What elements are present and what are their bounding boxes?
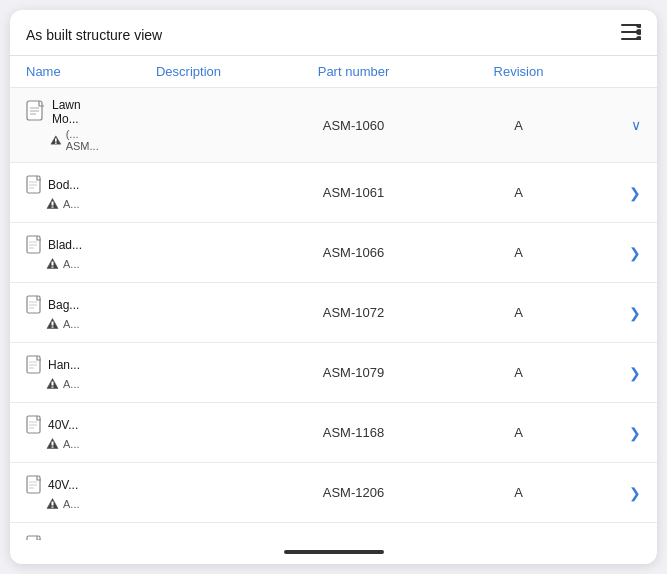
row-top: Blad... bbox=[26, 235, 106, 255]
item-name-top: 40V... bbox=[48, 418, 78, 432]
item-revision: A bbox=[436, 305, 601, 320]
item-name-bottom: A... bbox=[63, 498, 80, 510]
list-item[interactable]: 40V... A... ASM-1168 A ❯ bbox=[10, 403, 657, 463]
menu-icon[interactable] bbox=[621, 24, 641, 45]
expand-button[interactable]: ❯ bbox=[601, 245, 641, 261]
item-part-number: ASM-1072 bbox=[271, 305, 436, 320]
item-revision: A bbox=[436, 118, 601, 133]
parent-row-top: Lawn Mo... bbox=[26, 98, 106, 126]
item-name-cell: Bag... A... bbox=[26, 295, 106, 330]
row-top: 40V... bbox=[26, 415, 106, 435]
svg-rect-40 bbox=[52, 387, 54, 388]
svg-rect-47 bbox=[52, 447, 54, 448]
item-name-bottom: A... bbox=[63, 318, 80, 330]
item-name-bottom: A... bbox=[63, 258, 80, 270]
list-item[interactable]: Lawn Mo... (... ASM... ASM-1060 A ∨ bbox=[10, 88, 657, 163]
list-item[interactable]: Dec... A... ASM-1208 A ❯ bbox=[10, 523, 657, 540]
item-name-top: Blad... bbox=[48, 238, 82, 252]
bottom-bar bbox=[10, 540, 657, 564]
expand-button[interactable]: ❯ bbox=[601, 365, 641, 381]
item-name-cell: 40V... A... bbox=[26, 415, 106, 450]
item-name-top: 40V... bbox=[48, 478, 78, 492]
main-window: As built structure view Name Description… bbox=[10, 10, 657, 564]
col-header-part-number[interactable]: Part number bbox=[271, 64, 436, 79]
col-header-description[interactable]: Description bbox=[106, 64, 271, 79]
expand-collapse-button[interactable]: ∨ bbox=[601, 117, 641, 133]
item-revision: A bbox=[436, 425, 601, 440]
scroll-indicator bbox=[284, 550, 384, 554]
item-name-top: Bag... bbox=[48, 298, 79, 312]
item-revision: A bbox=[436, 365, 601, 380]
header: As built structure view bbox=[10, 10, 657, 56]
svg-rect-46 bbox=[52, 442, 54, 446]
item-part-number: ASM-1060 bbox=[271, 118, 436, 133]
item-name-bottom: A... bbox=[63, 438, 80, 450]
row-top: 40V... bbox=[26, 475, 106, 495]
row-bottom: A... bbox=[26, 257, 106, 270]
expand-button[interactable]: ❯ bbox=[601, 485, 641, 501]
svg-rect-54 bbox=[52, 507, 54, 508]
svg-rect-26 bbox=[52, 267, 54, 268]
svg-rect-33 bbox=[52, 327, 54, 328]
col-header-name[interactable]: Name bbox=[26, 64, 106, 79]
row-bottom: A... bbox=[26, 317, 106, 330]
expand-button[interactable]: ❯ bbox=[601, 425, 641, 441]
item-part-number: ASM-1061 bbox=[271, 185, 436, 200]
svg-rect-19 bbox=[52, 207, 54, 208]
list-item[interactable]: 40V... A... ASM-1206 A ❯ bbox=[10, 463, 657, 523]
row-top: Bod... bbox=[26, 175, 106, 195]
svg-rect-25 bbox=[52, 262, 54, 266]
row-bottom: A... bbox=[26, 197, 106, 210]
list-item[interactable]: Han... A... ASM-1079 A ❯ bbox=[10, 343, 657, 403]
item-revision: A bbox=[436, 245, 601, 260]
item-name-bottom: A... bbox=[63, 198, 80, 210]
item-part-number: ASM-1168 bbox=[271, 425, 436, 440]
window-title: As built structure view bbox=[26, 27, 162, 43]
item-name-top: Han... bbox=[48, 358, 80, 372]
item-list: Lawn Mo... (... ASM... ASM-1060 A ∨ bbox=[10, 88, 657, 540]
list-item[interactable]: Bag... A... ASM-1072 A ❯ bbox=[10, 283, 657, 343]
svg-rect-39 bbox=[52, 382, 54, 386]
col-header-revision[interactable]: Revision bbox=[436, 64, 601, 79]
svg-point-5 bbox=[636, 36, 641, 40]
item-name-cell: 40V... A... bbox=[26, 475, 106, 510]
item-part-number: ASM-1066 bbox=[271, 245, 436, 260]
row-bottom: A... bbox=[26, 497, 106, 510]
item-part-number: ASM-1079 bbox=[271, 365, 436, 380]
svg-rect-12 bbox=[55, 143, 57, 144]
row-top: Bag... bbox=[26, 295, 106, 315]
item-name-cell: Han... A... bbox=[26, 355, 106, 390]
svg-rect-18 bbox=[52, 202, 54, 206]
row-bottom: A... bbox=[26, 377, 106, 390]
item-name-bottom: A... bbox=[63, 378, 80, 390]
item-name-bottom: (... ASM... bbox=[66, 128, 106, 152]
svg-rect-32 bbox=[52, 322, 54, 326]
item-name-cell: Lawn Mo... (... ASM... bbox=[26, 98, 106, 152]
item-name-top: Bod... bbox=[48, 178, 79, 192]
item-name-top: Lawn Mo... bbox=[52, 98, 106, 126]
list-item[interactable]: Bod... A... ASM-1061 A ❯ bbox=[10, 163, 657, 223]
parent-row-bottom: (... ASM... bbox=[26, 128, 106, 152]
item-name-cell: Blad... A... bbox=[26, 235, 106, 270]
svg-point-3 bbox=[636, 24, 641, 28]
expand-button[interactable]: ❯ bbox=[601, 185, 641, 201]
row-bottom: A... bbox=[26, 437, 106, 450]
expand-button[interactable]: ❯ bbox=[601, 305, 641, 321]
column-headers: Name Description Part number Revision bbox=[10, 56, 657, 88]
item-revision: A bbox=[436, 485, 601, 500]
svg-point-4 bbox=[636, 29, 641, 35]
row-top: Han... bbox=[26, 355, 106, 375]
svg-rect-53 bbox=[52, 502, 54, 506]
item-name-cell: Bod... A... bbox=[26, 175, 106, 210]
svg-rect-11 bbox=[55, 138, 57, 141]
list-item[interactable]: Blad... A... ASM-1066 A ❯ bbox=[10, 223, 657, 283]
item-part-number: ASM-1206 bbox=[271, 485, 436, 500]
item-revision: A bbox=[436, 185, 601, 200]
